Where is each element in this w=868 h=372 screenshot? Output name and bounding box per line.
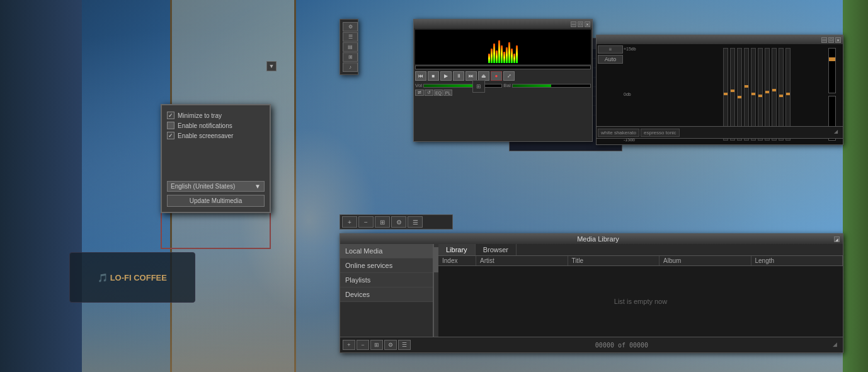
- ml-resize-handle[interactable]: ◢: [833, 341, 840, 349]
- balance-label: Bal: [503, 83, 511, 88]
- player-pause-btn[interactable]: ⏸: [453, 71, 464, 81]
- eq-bottom-text-1: white shakerato: [598, 129, 639, 137]
- vis-bar: [506, 47, 508, 64]
- player-next-btn[interactable]: ⏭: [465, 71, 477, 81]
- settings-popup: ✓ Minimize to tray Enable notifications …: [161, 104, 271, 213]
- mini-toolbar-window: ⚙ ☰ ▤ ⊞ ♪: [340, 19, 358, 75]
- player-close-btn[interactable]: ✕: [585, 21, 590, 27]
- volume-slider[interactable]: [423, 84, 502, 88]
- eq-resize-handle[interactable]: ◢: [834, 129, 842, 136]
- eq-btn[interactable]: EQ: [434, 90, 443, 96]
- ml-sidebar-local-media[interactable]: Local Media: [340, 244, 433, 259]
- eq-auto-button[interactable]: Auto: [598, 55, 623, 64]
- player-minimize-btn[interactable]: —: [571, 21, 576, 27]
- enable-screensaver-row: ✓ Enable screensaver: [167, 131, 265, 141]
- ml-table-header: Index Artist Title Album Length: [438, 256, 843, 266]
- balance-slider[interactable]: [512, 84, 591, 88]
- vis-bar: [501, 45, 503, 63]
- main-player-window: — □ ✕ ⏮ ■ ▶ ⏸ ⏭ ⏏ ● ⤢ Vol: [413, 19, 593, 142]
- minimize-tray-checkbox[interactable]: ✓: [167, 112, 174, 119]
- vis-bar: [488, 54, 490, 63]
- vis-bar: [513, 54, 515, 63]
- vis-bar: [496, 50, 498, 63]
- ml-add-button[interactable]: +: [343, 340, 355, 350]
- ml-remove-button[interactable]: −: [357, 340, 369, 350]
- player-controls: ⏮ ■ ▶ ⏸ ⏭ ⏏ ● ⤢: [414, 70, 592, 82]
- ml-footer-buttons: + − ⊞ ⚙ ☰: [343, 340, 411, 350]
- cafe-left-wall: [0, 0, 82, 372]
- language-selector[interactable]: English (United States) ▼: [167, 181, 265, 192]
- coffee-sign: 🎵 LO-FI COFFEE: [69, 252, 195, 303]
- ml-tab-library[interactable]: Library: [438, 244, 476, 255]
- toolbar-grid-btn[interactable]: ⊞: [343, 52, 358, 62]
- vis-bar: [498, 40, 500, 63]
- player-stop-btn[interactable]: ■: [428, 71, 439, 81]
- player-prev-btn[interactable]: ⏮: [415, 71, 426, 81]
- enable-screensaver-checkbox[interactable]: ✓: [167, 132, 174, 139]
- eq-close-btn[interactable]: ✕: [835, 37, 841, 43]
- eq-preamp-slider[interactable]: [828, 48, 836, 93]
- ml-sidebar-devices[interactable]: Devices: [340, 288, 433, 302]
- ml-sidebar-scrollbar[interactable]: [433, 244, 438, 337]
- vis-bar: [508, 42, 510, 63]
- ml-title: Media Library: [362, 235, 834, 243]
- update-multimedia-button[interactable]: Update Multimedia: [167, 195, 265, 207]
- ml-settings-button[interactable]: ⚙: [384, 340, 397, 350]
- vis-bar: [493, 44, 495, 63]
- ml-main-content: Library Browser Index Artist Title Album…: [438, 244, 843, 337]
- ml-sidebar-online-services[interactable]: Online services: [340, 259, 433, 273]
- small-player-indicator[interactable]: ⊞: [472, 80, 485, 93]
- ml-sidebar-scroll-thumb[interactable]: [434, 247, 438, 272]
- enable-screensaver-label: Enable screensaver: [178, 132, 233, 139]
- toolbar-note-btn[interactable]: ♪: [343, 62, 358, 72]
- eq-label-mid: 0db: [624, 92, 721, 96]
- ml-col-album: Album: [660, 256, 751, 265]
- eq-maximize-btn[interactable]: □: [828, 37, 834, 43]
- player-extra-controls: ⇌ ↺ EQ PL: [414, 89, 592, 96]
- player-titlebar: — □ ✕: [414, 20, 592, 28]
- ml-col-artist: Artist: [476, 256, 568, 265]
- ml-sidebar-playlists[interactable]: Playlists: [340, 273, 433, 288]
- minimize-tray-row: ✓ Minimize to tray: [167, 110, 265, 120]
- pl-btn[interactable]: PL: [443, 90, 452, 96]
- player-play-btn[interactable]: ▶: [440, 71, 452, 81]
- enable-notifications-checkbox[interactable]: [167, 122, 174, 129]
- eq-bottom-bar: white shakerato espresso tonic ◢: [596, 126, 843, 139]
- player-toolbar: + − ⊞ ⚙ ☰: [340, 214, 453, 230]
- enable-notifications-row: Enable notifications: [167, 120, 265, 131]
- tb-settings-btn[interactable]: ⚙: [391, 216, 406, 228]
- vis-bar: [516, 45, 518, 63]
- ml-tab-browser[interactable]: Browser: [476, 244, 517, 255]
- vis-bar: [511, 49, 513, 63]
- ml-footer: + − ⊞ ⚙ ☰ 00000 of 00000 ◢: [340, 337, 843, 352]
- eq-preset-icon: ≡: [598, 45, 623, 54]
- ml-col-index: Index: [438, 256, 476, 265]
- toolbar-list-btn[interactable]: ▤: [343, 42, 358, 52]
- ml-empty-message: List is empty now: [438, 266, 843, 337]
- ml-grid-button[interactable]: ⊞: [370, 340, 383, 350]
- player-expand-btn[interactable]: ⤢: [503, 71, 515, 81]
- player-record-btn[interactable]: ●: [491, 71, 502, 81]
- eq-minimize-btn[interactable]: —: [821, 37, 827, 43]
- toolbar-settings-btn[interactable]: ⚙: [343, 22, 358, 32]
- repeat-btn[interactable]: ↺: [425, 90, 433, 96]
- cafe-right-wall: [843, 0, 868, 372]
- tb-list-btn[interactable]: ☰: [408, 216, 423, 228]
- vis-bar: [503, 52, 505, 63]
- ml-col-length: Length: [751, 256, 843, 265]
- ml-tabs: Library Browser: [438, 244, 843, 256]
- collapse-button[interactable]: ▼: [266, 61, 277, 71]
- player-eject-btn[interactable]: ⏏: [478, 71, 489, 81]
- toolbar-menu-btn[interactable]: ☰: [343, 32, 358, 42]
- ml-list-button[interactable]: ☰: [398, 340, 411, 350]
- tb-remove-btn[interactable]: −: [358, 216, 374, 228]
- ml-resize-icon[interactable]: ◢: [834, 236, 840, 242]
- eq-titlebar: — □ ✕: [597, 35, 843, 44]
- chevron-down-icon: ▼: [254, 183, 261, 190]
- minimize-tray-label: Minimize to tray: [178, 112, 222, 119]
- player-seekbar[interactable]: [415, 66, 591, 69]
- tb-add-btn[interactable]: +: [342, 216, 357, 228]
- tb-grid-btn[interactable]: ⊞: [375, 216, 390, 228]
- player-maximize-btn[interactable]: □: [578, 21, 583, 27]
- shuffle-btn[interactable]: ⇌: [415, 90, 424, 96]
